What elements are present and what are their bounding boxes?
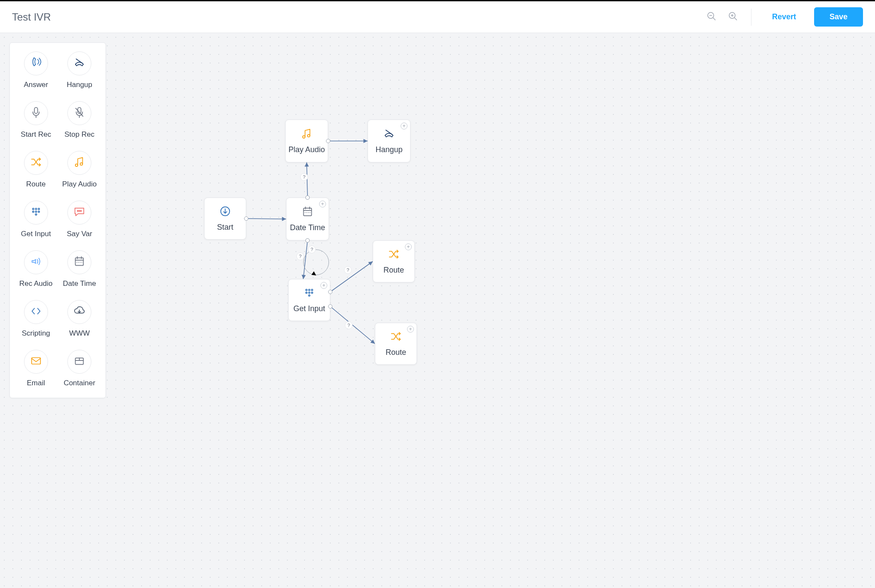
sound-waves-icon bbox=[24, 250, 48, 274]
svg-point-50 bbox=[306, 289, 307, 290]
add-port-button[interactable]: + bbox=[401, 123, 407, 129]
palette-item-email[interactable]: Email bbox=[14, 350, 58, 387]
svg-point-54 bbox=[308, 292, 310, 293]
add-port-button[interactable]: + bbox=[319, 201, 326, 207]
node-start[interactable]: Start bbox=[204, 198, 246, 240]
node-playaudio[interactable]: Play Audio bbox=[285, 120, 328, 162]
connection-port[interactable] bbox=[326, 139, 330, 143]
calendar-icon bbox=[301, 205, 314, 220]
envelope-icon bbox=[24, 350, 48, 374]
svg-point-24 bbox=[81, 210, 81, 211]
node-route1[interactable]: + Route bbox=[373, 240, 415, 282]
connection-port[interactable] bbox=[328, 290, 332, 294]
chat-dots-icon bbox=[67, 201, 91, 225]
svg-point-20 bbox=[38, 211, 39, 212]
node-label: Route bbox=[386, 348, 406, 357]
palette-item-label: Start Rec bbox=[21, 130, 51, 139]
code-icon bbox=[24, 300, 48, 324]
node-hangup[interactable]: + Hangup bbox=[368, 120, 410, 162]
add-port-button[interactable]: + bbox=[405, 243, 412, 250]
add-port-button[interactable]: + bbox=[407, 326, 414, 333]
shuffle-icon bbox=[389, 330, 402, 345]
svg-point-15 bbox=[33, 208, 34, 210]
svg-line-12 bbox=[76, 108, 83, 117]
palette-item-label: Hangup bbox=[66, 81, 92, 89]
palette-item-date-time[interactable]: Date Time bbox=[58, 250, 102, 288]
edge-self-loop bbox=[303, 249, 329, 275]
header-divider bbox=[751, 9, 751, 26]
palette-item-label: Container bbox=[63, 379, 95, 387]
palette-item-label: Get Input bbox=[21, 230, 51, 238]
phone-waves-icon bbox=[24, 51, 48, 75]
palette-item-label: Date Time bbox=[63, 279, 96, 288]
edge-condition-label: ? bbox=[344, 266, 352, 274]
palette-item-stop-rec[interactable]: Stop Rec bbox=[58, 101, 102, 139]
zoom-out-button[interactable] bbox=[706, 11, 718, 23]
save-button[interactable]: Save bbox=[814, 7, 863, 27]
edge-condition-label: ? bbox=[296, 252, 304, 260]
node-label: Get Input bbox=[293, 304, 325, 313]
palette-item-answer[interactable]: Answer bbox=[14, 51, 58, 89]
connection-port[interactable] bbox=[305, 238, 310, 243]
music-icon bbox=[67, 151, 91, 175]
music-icon bbox=[300, 127, 313, 142]
palette-item-label: Email bbox=[27, 379, 45, 387]
svg-point-16 bbox=[35, 208, 36, 210]
mic-off-icon bbox=[67, 101, 91, 125]
phone-off-icon bbox=[383, 127, 395, 142]
palette-item-label: Answer bbox=[24, 81, 48, 89]
palette-item-label: Route bbox=[26, 180, 45, 189]
shuffle-icon bbox=[24, 151, 48, 175]
edge-e5 bbox=[330, 261, 373, 292]
svg-point-18 bbox=[33, 211, 34, 212]
palette-item-play-audio[interactable]: Play Audio bbox=[58, 151, 102, 189]
node-label: Hangup bbox=[375, 145, 402, 154]
add-port-button[interactable]: + bbox=[320, 282, 327, 289]
svg-point-14 bbox=[80, 163, 83, 165]
edge-e6 bbox=[330, 306, 375, 344]
palette-item-route[interactable]: Route bbox=[14, 151, 58, 189]
shuffle-icon bbox=[387, 248, 400, 262]
palette-item-scripting[interactable]: Scripting bbox=[14, 300, 58, 338]
edges-layer bbox=[0, 33, 875, 588]
zoom-in-button[interactable] bbox=[727, 11, 739, 23]
revert-button[interactable]: Revert bbox=[763, 8, 805, 26]
svg-point-53 bbox=[306, 292, 307, 293]
palette-item-rec-audio[interactable]: Rec Audio bbox=[14, 250, 58, 288]
connection-port[interactable] bbox=[328, 304, 332, 309]
palette-item-hangup[interactable]: Hangup bbox=[58, 51, 102, 89]
palette-item-label: Say Var bbox=[67, 230, 92, 238]
palette-item-start-rec[interactable]: Start Rec bbox=[14, 101, 58, 139]
calendar-icon bbox=[67, 250, 91, 274]
cloud-down-icon bbox=[67, 300, 91, 324]
palette-item-label: Play Audio bbox=[62, 180, 97, 189]
palette-item-get-input[interactable]: Get Input bbox=[14, 201, 58, 238]
header: Test IVR Revert Save bbox=[0, 1, 875, 33]
palette-item-label: WWW bbox=[69, 329, 90, 338]
svg-line-1 bbox=[713, 18, 715, 20]
svg-rect-25 bbox=[75, 258, 84, 266]
palette-item-container[interactable]: Container bbox=[58, 350, 102, 387]
node-label: Play Audio bbox=[288, 145, 325, 154]
palette-item-say-var[interactable]: Say Var bbox=[58, 201, 102, 238]
node-route2[interactable]: + Route bbox=[375, 323, 417, 365]
node-label: Date Time bbox=[290, 223, 325, 232]
node-datetime[interactable]: + Date Time bbox=[286, 198, 329, 240]
svg-point-17 bbox=[38, 208, 39, 210]
edge-condition-label: ? bbox=[300, 173, 308, 181]
connection-port[interactable] bbox=[305, 195, 310, 200]
svg-point-13 bbox=[75, 164, 78, 167]
svg-rect-33 bbox=[31, 358, 40, 364]
palette-item-www[interactable]: WWW bbox=[58, 300, 102, 338]
edge-condition-label: ? bbox=[345, 321, 353, 329]
connection-port[interactable] bbox=[244, 216, 248, 221]
palette-item-label: Rec Audio bbox=[19, 279, 53, 288]
page-title: Test IVR bbox=[12, 11, 51, 23]
canvas[interactable]: Answer Hangup Start Rec Stop Rec Route P… bbox=[0, 33, 875, 588]
zoom-out-icon bbox=[706, 11, 717, 23]
dialpad-icon bbox=[24, 201, 48, 225]
start-down-icon bbox=[219, 205, 232, 219]
svg-point-19 bbox=[35, 211, 36, 212]
phone-off-icon bbox=[67, 51, 91, 75]
node-getinput[interactable]: + Get Input bbox=[288, 279, 330, 321]
